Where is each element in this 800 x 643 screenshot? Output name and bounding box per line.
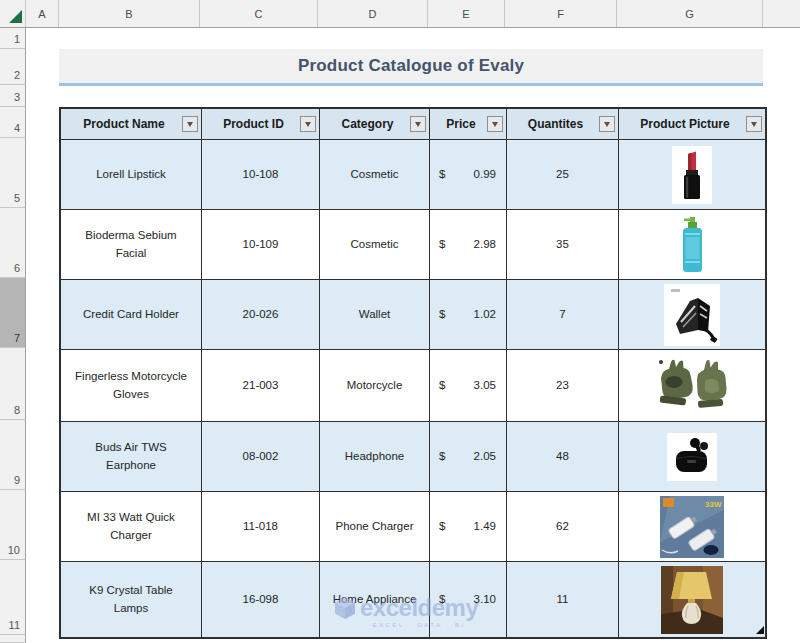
currency-symbol: $ — [439, 518, 445, 535]
gloves-image[interactable] — [653, 356, 731, 416]
filter-button-product-id[interactable] — [300, 116, 316, 132]
lipstick-image[interactable] — [672, 146, 712, 204]
row-header-9[interactable]: 9 — [0, 420, 26, 490]
cell-quantity[interactable]: 62 — [507, 492, 619, 562]
chevron-down-icon — [751, 122, 757, 127]
table-row: Lorell Lipstick 10-108 Cosmetic $ 0.99 2… — [61, 140, 765, 210]
cell-product-name[interactable]: Credit Card Holder — [61, 280, 202, 350]
cell-quantity[interactable]: 25 — [507, 140, 619, 210]
cell-category[interactable]: Headphone — [320, 422, 430, 492]
cell-product-id[interactable]: 10-109 — [202, 210, 320, 280]
cell-price[interactable]: $ 2.98 — [430, 210, 507, 280]
charger-badge-label: 33W — [705, 500, 722, 509]
cell-product-picture[interactable] — [619, 422, 765, 492]
cell-product-id[interactable]: 20-026 — [202, 280, 320, 350]
row-header-2[interactable]: 2 — [0, 49, 26, 85]
row-header-4[interactable]: 4 — [0, 107, 26, 138]
table-row: Credit Card Holder 20-026 Wallet $ 1.02 … — [61, 280, 765, 350]
cell-product-id[interactable]: 16-098 — [202, 562, 320, 637]
column-header-D[interactable]: D — [318, 0, 428, 27]
cell-quantity[interactable]: 23 — [507, 350, 619, 422]
cell-quantity[interactable]: 48 — [507, 422, 619, 492]
cell-product-name[interactable]: Bioderma Sebium Facial — [61, 210, 202, 280]
cell-product-picture[interactable]: 33W — [619, 492, 765, 562]
column-header-A[interactable]: A — [26, 0, 59, 27]
column-header-F[interactable]: F — [505, 0, 617, 27]
header-product-name[interactable]: Product Name — [61, 109, 202, 140]
header-price[interactable]: Price — [430, 109, 507, 140]
filter-button-quantities[interactable] — [599, 116, 615, 132]
column-header-C[interactable]: C — [200, 0, 318, 27]
cell-price[interactable]: $ 1.49 — [430, 492, 507, 562]
cell-category[interactable]: Home Appliance — [320, 562, 430, 637]
cell-quantity[interactable]: 35 — [507, 210, 619, 280]
cell-price[interactable]: $ 3.10 — [430, 562, 507, 637]
select-all-button[interactable] — [0, 0, 26, 27]
row-header-3[interactable]: 3 — [0, 85, 26, 107]
cell-price[interactable]: $ 2.05 — [430, 422, 507, 492]
column-header-B[interactable]: B — [59, 0, 200, 27]
header-label: Category — [341, 115, 393, 133]
cell-product-picture[interactable] — [619, 350, 765, 422]
cell-category[interactable]: Wallet — [320, 280, 430, 350]
cell-price[interactable]: $ 3.05 — [430, 350, 507, 422]
cell-product-picture[interactable] — [619, 562, 765, 637]
cell-product-name[interactable]: MI 33 Watt Quick Charger — [61, 492, 202, 562]
header-product-id[interactable]: Product ID — [202, 109, 320, 140]
price-value: 1.49 — [474, 518, 496, 535]
cell-product-picture[interactable] — [619, 280, 765, 350]
table-header-row: Product Name Product ID Category Price Q… — [61, 109, 765, 140]
column-header-E[interactable]: E — [428, 0, 505, 27]
card-holder-image[interactable] — [664, 284, 720, 346]
header-label: Product Name — [83, 115, 164, 133]
column-header-G[interactable]: G — [617, 0, 763, 27]
cell-product-id[interactable]: 21-003 — [202, 350, 320, 422]
currency-symbol: $ — [439, 236, 445, 253]
cell-category[interactable]: Cosmetic — [320, 140, 430, 210]
cell-product-picture[interactable] — [619, 210, 765, 280]
chevron-down-icon — [415, 122, 421, 127]
cell-product-name[interactable]: Lorell Lipstick — [61, 140, 202, 210]
header-label: Product ID — [223, 115, 284, 133]
row-header-5[interactable]: 5 — [0, 138, 26, 208]
cell-product-name[interactable]: Fingerless Motorcycle Gloves — [61, 350, 202, 422]
filter-button-product-picture[interactable] — [746, 116, 762, 132]
filter-button-price[interactable] — [487, 116, 503, 132]
table-resize-handle[interactable] — [756, 626, 764, 634]
cell-category[interactable]: Motorcycle — [320, 350, 430, 422]
cell-product-name[interactable]: K9 Crystal Table Lamps — [61, 562, 202, 637]
worksheet-title-cell[interactable]: Product Catalogue of Evaly — [59, 49, 763, 86]
filter-button-category[interactable] — [410, 116, 426, 132]
row-header-11[interactable]: 11 — [0, 560, 26, 635]
chevron-down-icon — [187, 122, 193, 127]
cell-category[interactable]: Cosmetic — [320, 210, 430, 280]
page-title: Product Catalogue of Evaly — [298, 56, 524, 76]
row-header-6[interactable]: 6 — [0, 208, 26, 278]
table-lamp-image[interactable] — [661, 566, 723, 634]
currency-symbol: $ — [439, 166, 445, 183]
currency-symbol: $ — [439, 377, 445, 394]
cell-product-name[interactable]: Buds Air TWS Earphone — [61, 422, 202, 492]
cell-product-picture[interactable] — [619, 140, 765, 210]
row-header-10[interactable]: 10 — [0, 490, 26, 560]
row-header-8[interactable]: 8 — [0, 348, 26, 420]
charger-image[interactable]: 33W — [660, 496, 724, 558]
cell-product-id[interactable]: 10-108 — [202, 140, 320, 210]
cell-category[interactable]: Phone Charger — [320, 492, 430, 562]
excel-worksheet: A B C D E F G 1 2 3 4 5 6 7 8 9 10 11 Pr… — [0, 0, 800, 643]
cell-quantity[interactable]: 7 — [507, 280, 619, 350]
facial-cleanser-image[interactable] — [678, 216, 706, 274]
cell-product-id[interactable]: 08-002 — [202, 422, 320, 492]
cell-price[interactable]: $ 0.99 — [430, 140, 507, 210]
table-row: Buds Air TWS Earphone 08-002 Headphone $… — [61, 422, 765, 492]
earbuds-image[interactable] — [667, 433, 717, 481]
row-header-7-selected[interactable]: 7 — [0, 278, 26, 348]
cell-product-id[interactable]: 11-018 — [202, 492, 320, 562]
row-header-1[interactable]: 1 — [0, 28, 26, 49]
header-product-picture[interactable]: Product Picture — [619, 109, 765, 140]
header-category[interactable]: Category — [320, 109, 430, 140]
header-quantities[interactable]: Quantites — [507, 109, 619, 140]
filter-button-product-name[interactable] — [182, 116, 198, 132]
cell-quantity[interactable]: 11 — [507, 562, 619, 637]
cell-price[interactable]: $ 1.02 — [430, 280, 507, 350]
